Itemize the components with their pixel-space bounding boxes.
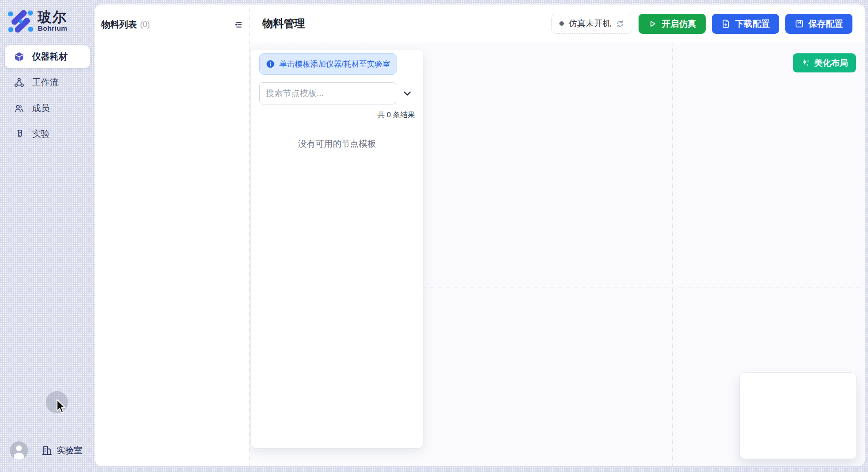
materials-list-count: (0) [140,20,150,29]
lab-entry[interactable]: 实验室 [41,444,83,456]
template-search-input[interactable] [259,82,396,104]
info-icon [266,60,275,68]
materials-panel-header: 物料列表 (0) [95,4,249,31]
refresh-icon[interactable] [616,20,624,28]
play-icon [648,19,657,28]
download-config-label: 下载配置 [735,18,770,30]
canvas-grid-line [672,43,673,466]
header-actions: 仿真未开机 开启仿真 [551,14,852,34]
beautify-layout-button[interactable]: 美化布局 [793,53,856,72]
template-hint-text: 单击模板添加仪器/耗材至实验室 [279,59,390,69]
template-hint-banner: 单击模板添加仪器/耗材至实验室 [259,53,397,75]
download-config-button[interactable]: 下载配置 [712,14,779,34]
materials-list-panel: 物料列表 (0) [95,4,249,466]
sidebar-item-instruments[interactable]: 仪器耗材 [5,45,90,68]
template-search-row [259,82,415,104]
sidebar-item-label: 工作流 [32,76,59,88]
lab-entry-label: 实验室 [56,444,83,456]
main-area: 物料管理 仿真未开机 [249,4,865,466]
start-simulation-button[interactable]: 开启仿真 [639,14,706,34]
panel-collapse-button[interactable] [234,20,242,29]
save-config-label: 保存配置 [808,18,843,30]
mouse-cursor-icon [56,399,67,414]
building-icon [41,444,53,456]
brand-text: 玻尔 Bohrium [38,10,68,33]
brand-logo: 玻尔 Bohrium [0,0,95,33]
save-config-button[interactable]: 保存配置 [785,14,852,34]
template-result-count: 共 0 条结果 [259,110,415,120]
page-title: 物料管理 [262,16,305,31]
file-download-icon [721,19,731,28]
user-avatar-icon [10,441,28,460]
sidebar-item-workflow[interactable]: 工作流 [5,71,90,94]
simulation-status-label: 仿真未开机 [569,18,611,29]
members-icon [14,103,24,114]
status-dot-icon [559,21,564,26]
sidebar-item-experiments[interactable]: 实验 [5,123,90,145]
template-empty-message: 没有可用的节点模板 [259,138,415,150]
sidebar-item-label: 实验 [32,128,50,140]
page-header: 物料管理 仿真未开机 [249,4,865,43]
sidebar-item-members[interactable]: 成员 [5,97,90,120]
experiment-icon [14,129,24,140]
sidebar-item-label: 成员 [32,102,50,114]
template-filter-toggle[interactable] [402,88,412,98]
node-template-panel: 单击模板添加仪器/耗材至实验室 共 0 条结果 没有可用的节点模板 [251,50,423,448]
simulation-status-pill[interactable]: 仿真未开机 [551,14,632,34]
sidebar-item-label: 仪器耗材 [32,51,68,63]
bohrium-logo-icon [7,9,34,33]
sidebar-menu: 仪器耗材 工作流 成员 [0,45,95,145]
brand-name-cn: 玻尔 [38,10,68,25]
workflow-icon [14,77,24,88]
materials-list-title: 物料列表 [101,19,137,31]
workflow-canvas[interactable]: 单击模板添加仪器/耗材至实验室 共 0 条结果 没有可用的节点模板 [249,43,865,466]
cube-icon [14,52,24,62]
sidebar-footer: 实验室 [0,441,95,460]
brand-name-en: Bohrium [38,24,68,32]
save-icon [795,19,804,28]
chevron-down-icon [402,88,412,98]
start-simulation-label: 开启仿真 [662,18,696,30]
content-container: 物料列表 (0) 物料管理 仿真 [95,4,865,466]
user-avatar[interactable] [10,441,28,460]
app-page: 玻尔 Bohrium 仪器耗材 工作流 [0,0,868,472]
canvas-minimap[interactable] [739,372,857,459]
beautify-layout-label: 美化布局 [814,57,848,69]
panel-collapse-icon [234,20,242,29]
sparkles-icon [801,58,810,68]
